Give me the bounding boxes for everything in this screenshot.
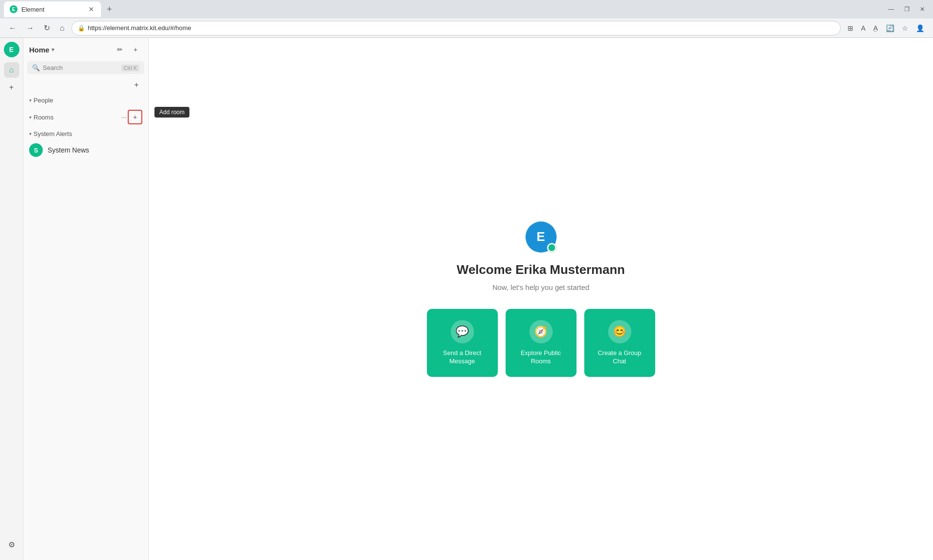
system-alerts-label: System Alerts: [34, 130, 142, 137]
browser-toolbar: ← → ↻ ⌂ 🔒 https://element.matrix.kit.edu…: [0, 18, 933, 38]
people-section-label: People: [34, 97, 142, 104]
lock-icon: 🔒: [78, 25, 85, 32]
room-name: System News: [48, 146, 89, 154]
list-item[interactable]: S System News: [23, 140, 148, 160]
app-container: E ⌂ + ⚙ Home ▾ ✏ + 🔍 Search Ctrl K: [0, 38, 933, 560]
window-controls: — ❐ ✕: [884, 4, 929, 14]
search-shortcut: Ctrl K: [121, 65, 140, 71]
search-bar[interactable]: 🔍 Search Ctrl K: [27, 61, 144, 74]
add-room-button-wrapper: +: [128, 110, 142, 124]
direct-message-label: Send a Direct Message: [435, 349, 490, 366]
add-room-tooltip: Add room: [154, 107, 189, 118]
home-button[interactable]: ⌂: [57, 22, 68, 34]
home-title[interactable]: Home ▾: [29, 46, 54, 54]
people-section-header[interactable]: ▾ People: [23, 94, 148, 107]
avatar: S: [29, 143, 43, 157]
explore-rooms-icon: 🧭: [529, 320, 553, 343]
rooms-section-label: Rooms: [34, 114, 121, 121]
address-bar[interactable]: 🔒 https://element.matrix.kit.edu/#/home: [71, 21, 841, 35]
rooms-dots-button[interactable]: ···: [121, 113, 127, 121]
welcome-avatar: E: [526, 221, 557, 253]
welcome-avatar-badge: [547, 243, 557, 253]
group-chat-label: Create a Group Chat: [592, 349, 647, 366]
left-panel: Home ▾ ✏ + 🔍 Search Ctrl K + ▾ People ▾: [23, 38, 149, 560]
new-tab-button[interactable]: +: [103, 2, 116, 17]
system-alerts-section-header[interactable]: ▾ System Alerts: [23, 127, 148, 140]
translate-button[interactable]: A̤: [870, 22, 881, 34]
rooms-section-header[interactable]: ▾ Rooms ··· +: [23, 107, 148, 127]
online-status-indicator: [548, 244, 555, 251]
tab-title: Element: [21, 6, 84, 13]
action-cards: 💬 Send a Direct Message 🧭 Explore Public…: [427, 309, 655, 377]
tab-favicon: E: [10, 5, 17, 13]
profile-button[interactable]: A: [858, 22, 868, 34]
minimize-button[interactable]: —: [884, 4, 898, 14]
rooms-section: ▾ Rooms ··· + Add room ▾ System Alerts S: [23, 107, 148, 160]
maximize-button[interactable]: ❐: [900, 4, 914, 14]
url-text: https://element.matrix.kit.edu/#/home: [88, 24, 834, 32]
left-panel-header: Home ▾ ✏ +: [23, 38, 148, 61]
browser-titlebar: E Element ✕ + — ❐ ✕: [0, 0, 933, 18]
rooms-toggle-icon: ▾: [29, 115, 32, 120]
people-toggle-icon: ▾: [29, 98, 32, 103]
add-room-button[interactable]: +: [130, 112, 140, 122]
reload-button[interactable]: ↻: [41, 21, 53, 34]
account-button[interactable]: 👤: [913, 22, 927, 34]
back-button[interactable]: ←: [6, 22, 19, 34]
browser-tab[interactable]: E Element ✕: [4, 1, 101, 17]
compose-button[interactable]: ✏: [113, 43, 127, 56]
close-tab-button[interactable]: ✕: [87, 4, 95, 14]
home-sidebar-icon[interactable]: ⌂: [4, 62, 19, 78]
explore-public-rooms-card[interactable]: 🧭 Explore Public Rooms: [506, 309, 577, 377]
forward-button[interactable]: →: [23, 22, 37, 34]
create-group-chat-card[interactable]: 😊 Create a Group Chat: [584, 309, 655, 377]
explore-rooms-label: Explore Public Rooms: [513, 349, 569, 366]
close-window-button[interactable]: ✕: [916, 4, 929, 14]
browser-chrome: E Element ✕ + — ❐ ✕ ← → ↻ ⌂ 🔒 https://el…: [0, 0, 933, 38]
favorites-button[interactable]: ☆: [899, 22, 911, 34]
icon-sidebar: E ⌂ + ⚙: [0, 38, 23, 560]
add-space-icon[interactable]: +: [4, 80, 19, 95]
direct-message-icon: 💬: [451, 320, 474, 343]
browser-refresh-button[interactable]: 🔄: [883, 22, 897, 34]
welcome-section: E Welcome Erika Mustermann Now, let's he…: [427, 221, 655, 377]
send-direct-message-card[interactable]: 💬 Send a Direct Message: [427, 309, 498, 377]
add-section-button[interactable]: +: [130, 78, 143, 92]
group-chat-icon: 😊: [608, 320, 631, 343]
user-avatar-icon[interactable]: E: [4, 42, 19, 57]
welcome-title: Welcome Erika Mustermann: [457, 262, 625, 277]
welcome-subtitle: Now, let's help you get started: [492, 283, 590, 291]
system-alerts-toggle-icon: ▾: [29, 131, 32, 136]
toolbar-icons: ⊞ A A̤ 🔄 ☆ 👤: [845, 22, 927, 34]
settings-button[interactable]: ⚙: [4, 537, 19, 552]
search-icon: 🔍: [32, 64, 40, 71]
main-content: E Welcome Erika Mustermann Now, let's he…: [149, 38, 933, 560]
search-placeholder: Search: [43, 64, 119, 71]
extensions-button[interactable]: ⊞: [845, 22, 856, 34]
add-button[interactable]: +: [129, 43, 142, 56]
